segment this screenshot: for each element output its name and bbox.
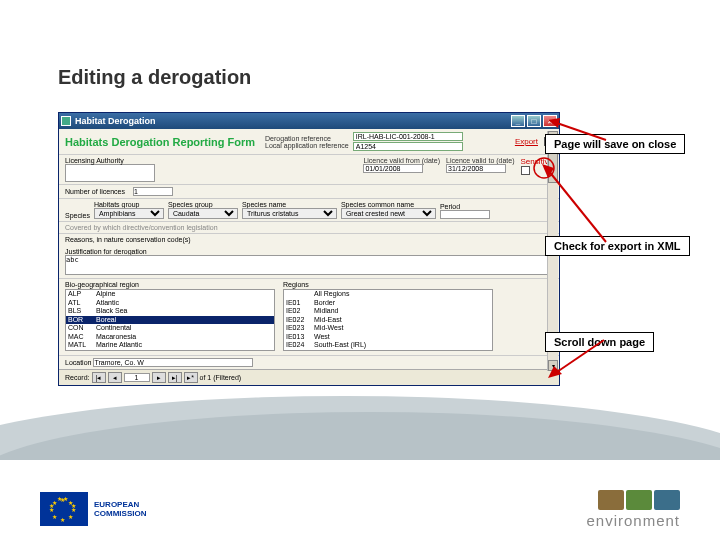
slide-title: Editing a derogation <box>58 66 251 89</box>
row-location: Location <box>59 355 559 369</box>
nav-position-input[interactable] <box>124 373 150 382</box>
location-input[interactable] <box>93 358 253 367</box>
annex-label: Habitats group <box>94 201 164 208</box>
environment-text: environment <box>586 512 680 529</box>
app-icon <box>61 116 71 126</box>
num-licences-input[interactable] <box>133 187 173 196</box>
footer: EUROPEANCOMMISSION environment <box>0 478 720 540</box>
row-justification: Justification for derogation abc <box>59 246 559 279</box>
derogation-ref-input[interactable] <box>353 132 463 141</box>
justification-textarea[interactable]: abc <box>65 255 553 275</box>
sci-name-label: Species common name <box>341 201 436 208</box>
num-licences-label: Number of licences <box>65 188 125 195</box>
nav-prev-button[interactable]: ◂ <box>108 372 122 383</box>
callout-scroll-down: Scroll down page <box>545 332 654 352</box>
nav-of-label: of <box>200 374 206 381</box>
covered-label: Covered by which directive/convention le… <box>59 222 559 234</box>
nav-next-button[interactable]: ▸ <box>152 372 166 383</box>
row-lists: Bio-geographical region ALPAlpine ATLAtl… <box>59 279 559 355</box>
callout-save-on-close: Page will save on close <box>545 134 685 154</box>
species-group-label: Species <box>65 212 90 219</box>
close-button[interactable]: × <box>543 115 557 127</box>
period-input[interactable] <box>440 210 490 219</box>
local-ref-label: Local application reference <box>265 142 349 149</box>
licensing-authority-label: Licensing Authority <box>65 157 155 164</box>
row-licensing: Licensing Authority Licence valid from (… <box>59 155 559 185</box>
window-titlebar: Habitat Derogation _ □ × <box>59 113 559 129</box>
bio-region-label: Bio-geographical region <box>65 281 275 288</box>
bio-region-listbox[interactable]: ALPAlpine ATLAtlantic BLSBlack Sea BORBo… <box>65 289 275 351</box>
scroll-down-button[interactable]: ▾ <box>548 360 558 371</box>
sensitive-checkbox[interactable] <box>521 166 530 175</box>
reasons-label: Reasons, in nature conservation code(s) <box>65 236 553 243</box>
nav-last-button[interactable]: ▸| <box>168 372 182 383</box>
env-tile-icon <box>598 490 624 510</box>
species-sub-label: Species group <box>168 201 238 208</box>
export-link[interactable]: Export <box>515 137 538 146</box>
nav-new-button[interactable]: ▸* <box>184 372 198 383</box>
valid-from-input[interactable] <box>363 164 423 173</box>
justification-label: Justification for derogation <box>65 248 553 255</box>
form-header: Habitats Derogation Reporting Form Derog… <box>59 129 559 155</box>
maximize-button[interactable]: □ <box>527 115 541 127</box>
licensing-authority-input[interactable] <box>65 164 155 182</box>
form-title: Habitats Derogation Reporting Form <box>65 136 255 148</box>
row-reasons: Reasons, in nature conservation code(s) <box>59 234 559 246</box>
regions-label: Regions <box>283 281 493 288</box>
regions-listbox[interactable]: All Regions IE01Border IE02Midland IE022… <box>283 289 493 351</box>
common-name-label: Species name <box>242 201 337 208</box>
callout-export-xml: Check for export in XML <box>545 236 690 256</box>
record-navigator: Record: |◂ ◂ ▸ ▸| ▸* of 1 (Filtered) <box>59 369 559 385</box>
app-window: Habitat Derogation _ □ × Habitats Deroga… <box>58 112 560 386</box>
decorative-waves <box>0 390 720 460</box>
location-label: Location <box>65 359 91 366</box>
valid-to-label: Licence valid to (date) <box>446 157 514 164</box>
window-title: Habitat Derogation <box>75 116 156 126</box>
row-species: Species Habitats group Amphibians Specie… <box>59 199 559 222</box>
annex-select[interactable]: Amphibians <box>94 208 164 219</box>
row-num-licences: Number of licences <box>59 185 559 199</box>
env-tile-icon <box>654 490 680 510</box>
local-ref-input[interactable] <box>353 142 463 151</box>
eu-flag-icon <box>40 492 88 526</box>
valid-from-label: Licence valid from (date) <box>363 157 440 164</box>
valid-to-input[interactable] <box>446 164 506 173</box>
minimize-button[interactable]: _ <box>511 115 525 127</box>
derogation-ref-label: Derogation reference <box>265 135 349 142</box>
env-tile-icon <box>626 490 652 510</box>
environment-logo: environment <box>586 490 680 529</box>
nav-first-button[interactable]: |◂ <box>92 372 106 383</box>
eu-commission-label: EUROPEANCOMMISSION <box>94 500 146 518</box>
species-select[interactable]: Caudata <box>168 208 238 219</box>
period-label: Period <box>440 203 490 210</box>
nav-total: 1 (Filtered) <box>207 374 241 381</box>
common-name-select[interactable]: Triturus cristatus <box>242 208 337 219</box>
sci-name-select[interactable]: Great crested newt <box>341 208 436 219</box>
nav-label: Record: <box>65 374 90 381</box>
